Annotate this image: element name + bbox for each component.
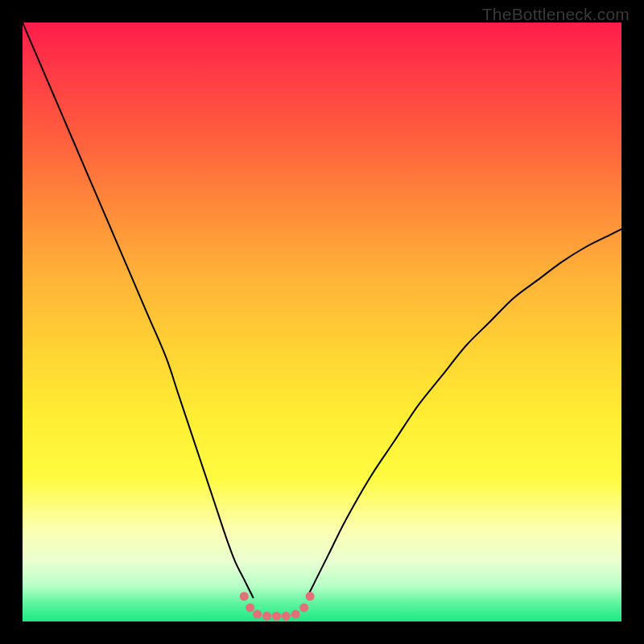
marker-valley-markers: [253, 610, 262, 619]
plot-area: [23, 23, 621, 621]
curve-left-curve: [23, 23, 253, 597]
marker-valley-markers: [272, 612, 281, 621]
marker-valley-markers: [240, 592, 249, 601]
curve-right-curve: [307, 229, 621, 598]
marker-valley-markers: [262, 612, 271, 621]
chart-stage: TheBottleneck.com: [0, 0, 644, 644]
marker-valley-markers: [282, 612, 291, 621]
watermark-text: TheBottleneck.com: [482, 5, 630, 24]
chart-svg: [23, 23, 621, 621]
marker-valley-markers: [291, 610, 300, 619]
marker-valley-markers: [246, 603, 254, 612]
marker-valley-markers: [306, 592, 315, 601]
marker-valley-markers: [299, 603, 308, 612]
series-group: [23, 23, 621, 621]
